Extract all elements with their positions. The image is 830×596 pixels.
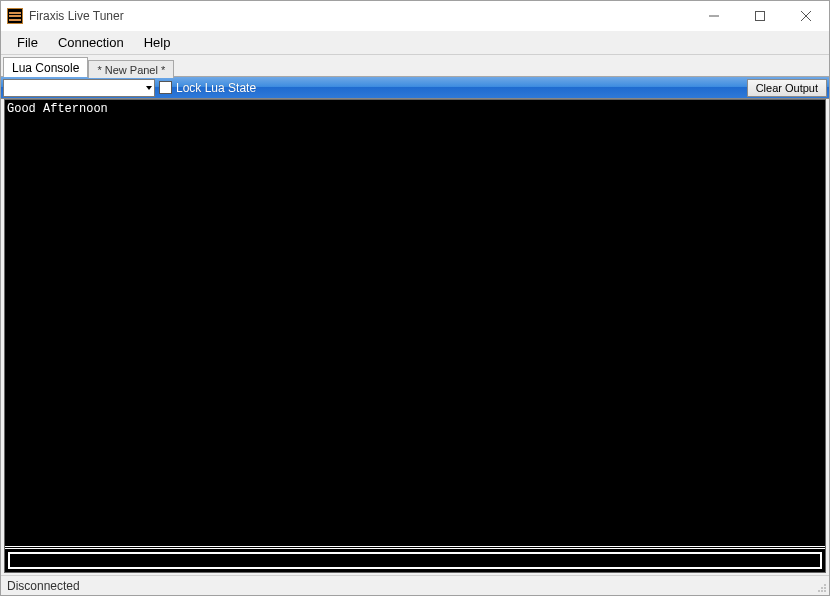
console-output: Good Afternoon <box>5 100 825 546</box>
menu-connection[interactable]: Connection <box>48 31 134 54</box>
menu-file[interactable]: File <box>7 31 48 54</box>
app-icon <box>7 8 23 24</box>
lock-lua-state-checkbox[interactable] <box>159 81 172 94</box>
svg-point-6 <box>824 587 826 589</box>
console-input-row <box>5 546 825 572</box>
lua-state-combobox[interactable] <box>3 79 155 97</box>
console-panel: Good Afternoon <box>4 99 826 573</box>
svg-point-8 <box>821 587 823 589</box>
menu-help[interactable]: Help <box>134 31 181 54</box>
titlebar: Firaxis Live Tuner <box>1 1 829 31</box>
close-icon <box>801 11 811 21</box>
chevron-down-icon <box>146 86 152 90</box>
minimize-button[interactable] <box>691 1 737 31</box>
svg-point-7 <box>818 590 820 592</box>
window-title: Firaxis Live Tuner <box>29 9 124 23</box>
resize-grip-icon <box>815 581 827 593</box>
statusbar: Disconnected <box>1 575 829 595</box>
svg-rect-1 <box>756 12 765 21</box>
tab-new-panel[interactable]: * New Panel * <box>88 60 174 78</box>
lock-lua-state-label: Lock Lua State <box>176 81 256 95</box>
close-button[interactable] <box>783 1 829 31</box>
svg-point-5 <box>821 590 823 592</box>
clear-output-button[interactable]: Clear Output <box>747 79 827 97</box>
tab-lua-console[interactable]: Lua Console <box>3 57 88 77</box>
console-input[interactable] <box>8 552 822 569</box>
tabstrip: Lua Console * New Panel * <box>1 55 829 77</box>
maximize-icon <box>755 11 765 21</box>
menubar: File Connection Help <box>1 31 829 55</box>
resize-grip[interactable] <box>815 581 827 593</box>
minimize-icon <box>709 11 719 21</box>
maximize-button[interactable] <box>737 1 783 31</box>
svg-point-9 <box>824 584 826 586</box>
status-text: Disconnected <box>7 579 80 593</box>
toolbar: Lock Lua State Clear Output <box>1 77 829 99</box>
svg-point-4 <box>824 590 826 592</box>
